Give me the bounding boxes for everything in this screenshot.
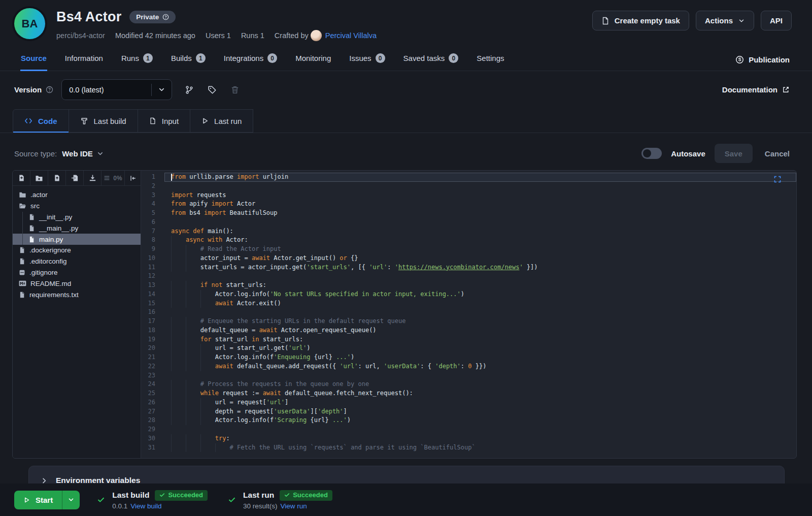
- code-line[interactable]: 9 # Read the Actor input: [141, 245, 796, 254]
- file-name: src: [30, 202, 40, 210]
- tree-item--gitignore[interactable]: .gitignore: [13, 267, 141, 278]
- code-line[interactable]: 13 if not start_urls:: [141, 281, 796, 290]
- view-run-link[interactable]: View run: [281, 502, 307, 510]
- tree-item-readme-md[interactable]: README.md: [13, 278, 141, 289]
- tree-item-requirements-txt[interactable]: requirements.txt: [13, 289, 141, 300]
- author-link[interactable]: Percival Villalva: [325, 31, 377, 40]
- code-line[interactable]: 18 default_queue = await Actor.open_requ…: [141, 326, 796, 335]
- tab-issues[interactable]: Issues0: [349, 47, 385, 71]
- line-number: 23: [141, 371, 164, 380]
- start-button[interactable]: Start: [14, 491, 80, 509]
- tree-item--dockerignore[interactable]: .dockerignore: [13, 245, 141, 256]
- code-line[interactable]: 29: [141, 425, 796, 434]
- tab-source[interactable]: Source: [20, 47, 47, 71]
- line-number: 7: [141, 227, 164, 236]
- last-run-summary: Last run Succeeded 30 result(s) View run: [228, 490, 332, 510]
- code-line[interactable]: 1from urllib.parse import urljoin: [141, 173, 796, 182]
- start-options-button[interactable]: [62, 491, 80, 509]
- main-tab-bar: SourceInformationRuns1Builds1Integration…: [0, 47, 812, 71]
- code-line[interactable]: 12: [141, 272, 796, 281]
- tree-item--editorconfig[interactable]: .editorconfig: [13, 256, 141, 267]
- code-line[interactable]: 2: [141, 182, 796, 191]
- tree-item--init-py[interactable]: __init__.py: [13, 212, 141, 223]
- code-line[interactable]: 4from apify import Actor: [141, 200, 796, 209]
- code-line[interactable]: 17 # Enqueue the starting URLs in the de…: [141, 317, 796, 326]
- line-number: 26: [141, 398, 164, 407]
- code-line[interactable]: 15 await Actor.exit(): [141, 299, 796, 308]
- code-text: actor_input = await Actor.get_input() or…: [164, 254, 796, 263]
- code-line[interactable]: 23: [141, 371, 796, 380]
- version-row: Version 0.0 (latest) Documentation: [14, 79, 790, 100]
- tab-saved-tasks[interactable]: Saved tasks0: [403, 47, 459, 71]
- code-line[interactable]: 19 for start_url in start_urls:: [141, 335, 796, 344]
- download-icon[interactable]: [84, 171, 101, 185]
- code-line[interactable]: 24 # Process the requests in the queue o…: [141, 380, 796, 389]
- publication-link[interactable]: Publication: [735, 55, 790, 71]
- tree-item-src[interactable]: src: [13, 201, 141, 212]
- save-button[interactable]: Save: [715, 144, 753, 163]
- code-line[interactable]: 21 Actor.log.info(f'Enqueuing {url} ...'…: [141, 353, 796, 362]
- line-number: 27: [141, 407, 164, 416]
- tab-builds[interactable]: Builds1: [171, 47, 206, 71]
- tree-item--main-py[interactable]: __main__.py: [13, 222, 141, 234]
- create-empty-task-button[interactable]: Create empty task: [592, 11, 689, 30]
- subtab-last-build[interactable]: Last build: [69, 109, 138, 133]
- collapse-panel-icon[interactable]: [125, 171, 141, 185]
- header: BA Bs4 Actor Private perci/bs4-actor Mod…: [0, 0, 812, 41]
- modified-ago: Modified 42 minutes ago: [115, 31, 195, 40]
- tree-item-main-py[interactable]: main.py: [13, 234, 141, 245]
- code-line[interactable]: 22 await default_queue.add_request({ 'ur…: [141, 362, 796, 371]
- line-number: 22: [141, 362, 164, 371]
- cancel-button[interactable]: Cancel: [765, 149, 790, 158]
- actions-button[interactable]: Actions: [696, 11, 754, 30]
- autosave-toggle[interactable]: [641, 148, 662, 159]
- code-line[interactable]: 5from bs4 import BeautifulSoup: [141, 209, 796, 218]
- code-line[interactable]: 7async def main():: [141, 227, 796, 236]
- code-line[interactable]: 28 Actor.log.info(f'Scraping {url} ...'): [141, 416, 796, 425]
- code-line[interactable]: 11 start_urls = actor_input.get('start_u…: [141, 263, 796, 272]
- code-line[interactable]: 10 actor_input = await Actor.get_input()…: [141, 254, 796, 263]
- code-line[interactable]: 16: [141, 308, 796, 317]
- tab-count-badge: 0: [449, 53, 458, 63]
- actor-avatar: BA: [14, 8, 45, 39]
- documentation-link[interactable]: Documentation: [722, 85, 790, 94]
- code-text: depth = request['userData']['depth']: [164, 407, 796, 416]
- line-number: 11: [141, 263, 164, 272]
- fullscreen-icon[interactable]: [773, 175, 782, 183]
- code-line[interactable]: 27 depth = request['userData']['depth']: [141, 407, 796, 416]
- upload-file-icon[interactable]: [48, 171, 66, 185]
- subtab-last-run[interactable]: Last run: [190, 109, 253, 133]
- line-number: 31: [141, 443, 164, 453]
- tab-information[interactable]: Information: [64, 47, 104, 71]
- view-build-link[interactable]: View build: [130, 502, 161, 510]
- source-type-label: Source type:: [14, 149, 57, 158]
- code-line[interactable]: 26 url = request['url']: [141, 398, 796, 407]
- tab-integrations[interactable]: Integrations0: [223, 47, 278, 71]
- source-type-select[interactable]: Web IDE: [62, 149, 104, 158]
- git-branch-icon[interactable]: [179, 80, 199, 100]
- new-file-icon[interactable]: [13, 171, 30, 185]
- subtab-code[interactable]: Code: [13, 109, 69, 133]
- version-select[interactable]: 0.0 (latest): [61, 79, 172, 100]
- code-line[interactable]: 25 while request := await default_queue.…: [141, 389, 796, 398]
- code-editor[interactable]: 1from urllib.parse import urljoin23impor…: [141, 171, 796, 458]
- tab-settings[interactable]: Settings: [476, 47, 504, 71]
- code-line[interactable]: 14 Actor.log.info('No start URLs specifi…: [141, 290, 796, 299]
- code-line[interactable]: 3import requests: [141, 191, 796, 200]
- tree-item--actor[interactable]: .actor: [13, 189, 141, 201]
- code-text: [164, 425, 796, 434]
- move-file-icon[interactable]: [66, 171, 84, 185]
- tag-icon[interactable]: [202, 80, 222, 100]
- code-line[interactable]: 30 try:: [141, 434, 796, 443]
- file-name: .dockerignore: [29, 246, 71, 254]
- api-button[interactable]: API: [761, 11, 792, 30]
- tab-count-badge: 0: [267, 53, 277, 63]
- tab-monitoring[interactable]: Monitoring: [295, 47, 331, 71]
- subtab-input[interactable]: Input: [138, 109, 190, 133]
- code-line[interactable]: 6: [141, 218, 796, 227]
- code-line[interactable]: 31 # Fetch the URL using `requests` and …: [141, 443, 796, 453]
- tab-runs[interactable]: Runs1: [121, 47, 153, 71]
- new-folder-icon[interactable]: [30, 171, 48, 185]
- code-line[interactable]: 8 async with Actor:: [141, 236, 796, 245]
- code-line[interactable]: 20 url = start_url.get('url'): [141, 344, 796, 353]
